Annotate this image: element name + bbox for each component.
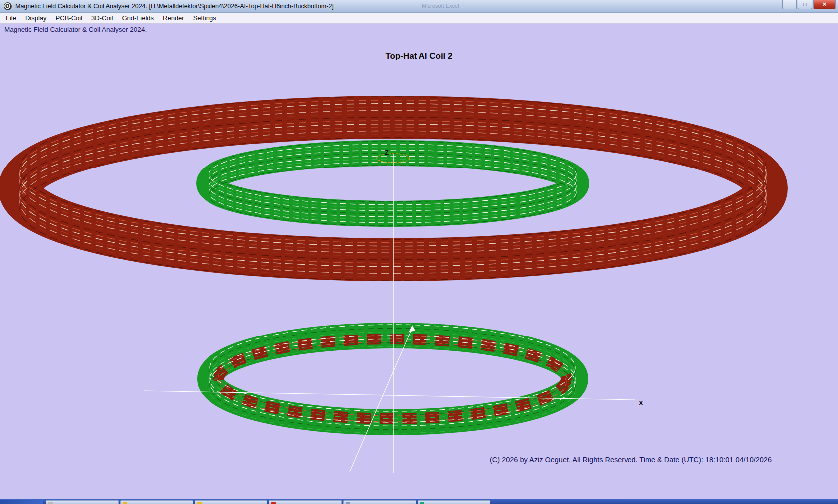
taskbar[interactable] (0, 499, 838, 504)
menu-3d-coil[interactable]: 3D-Coil (87, 13, 117, 23)
menu-display[interactable]: Display (21, 13, 51, 23)
copyright-text: (C) 2026 by Aziz Oeguet. All Rights Rese… (490, 456, 772, 464)
window-controls: – □ × (782, 0, 836, 12)
app-icon (4, 2, 12, 10)
app-window: Magnetic Field Calculator & Coil Analyse… (0, 0, 838, 504)
taskbar-button-icon (271, 502, 276, 504)
menu-render[interactable]: Render (158, 13, 189, 23)
menu-settings[interactable]: Settings (189, 13, 221, 23)
close-icon: × (823, 0, 827, 8)
menu-pcb-coil[interactable]: PCB-Coil (51, 13, 87, 23)
menu-grid-fields[interactable]: Grid-Fields (117, 13, 158, 23)
y-axis-line (350, 328, 412, 472)
taskbar-button[interactable] (195, 500, 267, 504)
taskbar-button[interactable] (269, 500, 342, 504)
start-button[interactable] (0, 500, 43, 504)
taskbar-button[interactable] (46, 500, 119, 504)
z-axis-label: Z (385, 149, 389, 156)
plot-title: Top-Hat AI Coil 2 (0, 51, 838, 61)
x-axis-label: X (639, 399, 643, 407)
minimize-button[interactable]: – (782, 0, 797, 9)
window-title: Magnetic Field Calculator & Coil Analyse… (15, 3, 334, 10)
minimize-icon: – (788, 1, 791, 7)
background-window-ghost-title: Microsoft Excel (422, 3, 459, 9)
maximize-button[interactable]: □ (798, 0, 812, 9)
taskbar-button[interactable] (343, 500, 416, 504)
menubar: File Display PCB-Coil 3D-Coil Grid-Field… (0, 13, 838, 24)
taskbar-button-icon (123, 502, 127, 504)
menu-file[interactable]: File (1, 13, 21, 23)
status-line: Magnetic Field Calculator & Coil Analyse… (4, 26, 147, 33)
close-button[interactable]: × (813, 0, 836, 9)
taskbar-button[interactable] (418, 500, 490, 504)
taskbar-button-icon (48, 502, 53, 504)
maximize-icon: □ (803, 1, 807, 7)
coil-canvas[interactable] (0, 24, 838, 499)
render-area: Magnetic Field Calculator & Coil Analyse… (0, 24, 838, 499)
titlebar[interactable]: Magnetic Field Calculator & Coil Analyse… (0, 0, 838, 13)
taskbar-button-icon (346, 502, 350, 504)
taskbar-button-icon (420, 502, 424, 504)
taskbar-button-icon (197, 502, 202, 504)
taskbar-button[interactable] (120, 500, 193, 504)
